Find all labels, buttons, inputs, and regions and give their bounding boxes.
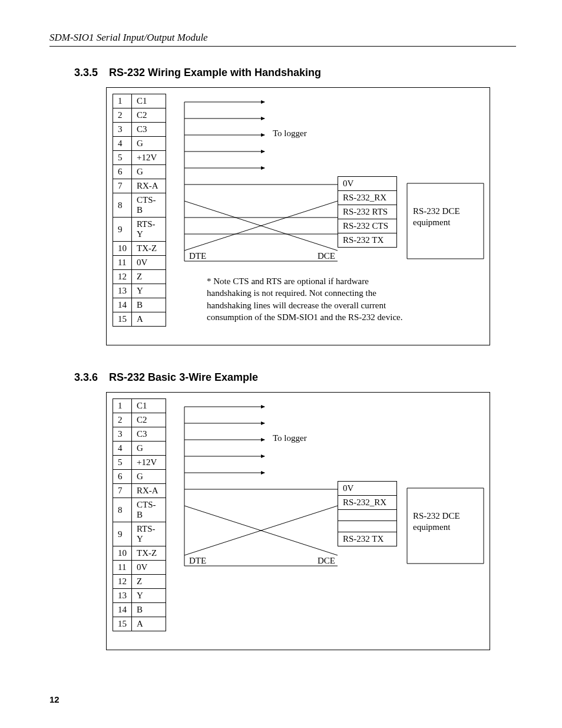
dce-row [338,521,397,532]
svg-line-28 [184,506,338,555]
running-head: SDM-SIO1 Serial Input/Output Module [49,32,516,44]
dce-row: RS-232 RTS [338,205,397,219]
dce-table-b: 0V RS-232_RX RS-232 TX [338,481,397,546]
dce-row [338,510,397,521]
header-rule [49,46,516,47]
note-a: * Note CTS and RTS are optional if hardw… [207,275,407,323]
section-num-b: 3.3.6 [74,371,98,384]
dce-row: RS-232_RX [338,191,397,205]
dce-label-a: DCE [318,251,335,261]
section-title-a: RS-232 Wiring Example with Handshaking [109,67,321,78]
pin-table-b: 1C1 2C2 3C3 4G 5+12V 6G 7RX-A 8CTS-B 9RT… [113,398,166,631]
dce-row: RS-232 TX [338,532,397,546]
to-logger-b: To logger [273,433,307,443]
to-logger-a: To logger [273,129,307,139]
dce-equipment-label-a: RS-232 DCE equipment [413,206,478,228]
pin-table-a: 1C1 2C2 3C3 4G 5+12V 6G 7RX-A 8CTS-B 9RT… [113,94,166,327]
section-title-b: RS-232 Basic 3-Wire Example [109,371,258,383]
page-number: 12 [49,694,59,704]
dce-row: RS-232_RX [338,496,397,510]
figure-a: 1C1 2C2 3C3 4G 5+12V 6G 7RX-A 8CTS-B 9RT… [106,87,490,345]
page: SDM-SIO1 Serial Input/Output Module 3.3.… [0,0,562,728]
section-heading-a: 3.3.5 RS-232 Wiring Example with Handsha… [49,67,516,79]
svg-line-14 [184,201,338,251]
figure-a-wrap: 1C1 2C2 3C3 4G 5+12V 6G 7RX-A 8CTS-B 9RT… [106,87,516,345]
dce-row: RS-232 CTS [338,219,397,233]
dce-row: 0V [338,177,397,191]
dce-equipment-label-b: RS-232 DCE equipment [413,510,478,533]
figure-b: 1C1 2C2 3C3 4G 5+12V 6G 7RX-A 8CTS-B 9RT… [106,392,490,650]
dte-label-b: DTE [189,556,206,566]
dte-label-a: DTE [189,251,206,261]
pin-num: 1 [113,94,132,108]
svg-line-27 [184,506,338,555]
section-heading-b: 3.3.6 RS-232 Basic 3-Wire Example [49,371,516,384]
figure-b-wrap: 1C1 2C2 3C3 4G 5+12V 6G 7RX-A 8CTS-B 9RT… [106,392,516,650]
pin-label: C1 [132,94,166,108]
section-num-a: 3.3.5 [74,67,98,79]
dce-row: RS-232 TX [338,233,397,248]
svg-line-11 [184,201,338,251]
dce-table-a: 0V RS-232_RX RS-232 RTS RS-232 CTS RS-23… [338,176,397,248]
dce-row: 0V [338,482,397,496]
dce-label-b: DCE [318,556,335,566]
